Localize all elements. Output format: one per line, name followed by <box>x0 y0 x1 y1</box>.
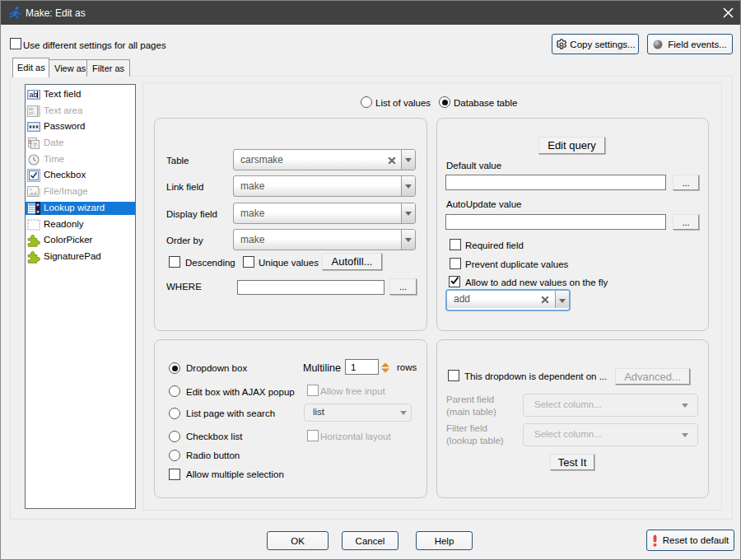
svg-text:ab: ab <box>30 91 38 99</box>
svg-text:cd: cd <box>29 110 34 115</box>
svg-text:$: $ <box>29 139 32 145</box>
svg-text:7: 7 <box>33 142 37 149</box>
